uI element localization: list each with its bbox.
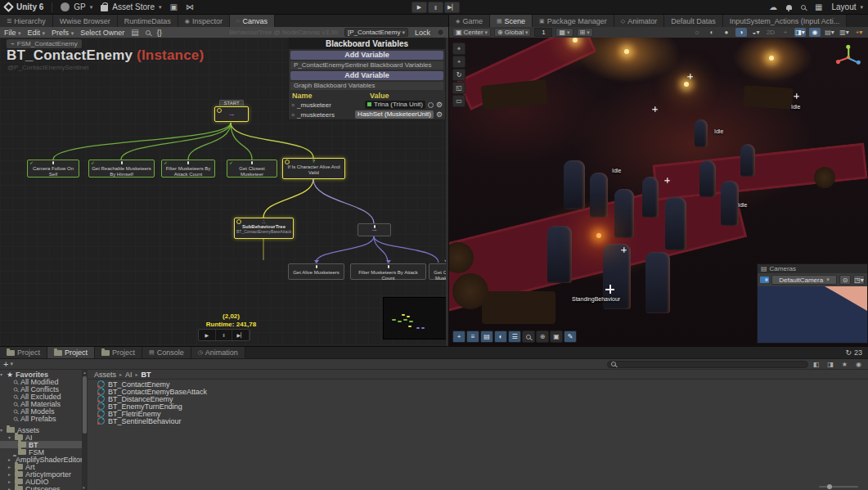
cameras-panel-header[interactable]: ▤ Cameras: [758, 264, 867, 273]
target-picker-icon[interactable]: [428, 102, 434, 108]
variable-value-field[interactable]: Trina (Trina Unit): [365, 101, 425, 109]
drag-handle-icon[interactable]: ≡: [291, 112, 295, 118]
tab-runtimedatas[interactable]: RuntimeDatas: [118, 15, 178, 27]
draw-overlay-button[interactable]: ✎: [564, 330, 577, 343]
variable-row[interactable]: ≡ _musketeer Trina (Trina Unit) ⚙: [289, 100, 445, 110]
breadcrumb-bt[interactable]: BT: [142, 371, 151, 379]
tab-default-datas[interactable]: Default Datas: [664, 15, 723, 27]
search-by-label-icon[interactable]: ◨: [824, 361, 837, 368]
folder-cutscenes[interactable]: ▸Cutscenes: [0, 485, 82, 490]
tab-project-2[interactable]: Project: [47, 347, 95, 358]
scrollbar-thumb[interactable]: [83, 376, 87, 434]
camera-overlay-button[interactable]: ▣: [550, 330, 563, 343]
tree-scrollbar[interactable]: ▴▾: [82, 370, 88, 490]
graph-info-button[interactable]: [437, 29, 444, 36]
layers-overlay-button[interactable]: ▤: [480, 330, 493, 343]
layout-dropdown[interactable]: Layout ▾: [831, 2, 863, 11]
graph-node-start[interactable]: →: [214, 106, 249, 122]
move-gizmo[interactable]: [605, 285, 614, 294]
graph-search-icon[interactable]: [146, 30, 151, 35]
scale-tool-button[interactable]: ◱: [452, 82, 465, 94]
tab-wwise-browser[interactable]: Wwise Browser: [53, 15, 118, 27]
graph-canvas[interactable]: ⌁ FSM_ContactEnemy BT_ContactEnemy (Inst…: [0, 38, 448, 346]
breadcrumb-assets[interactable]: Assets: [94, 371, 116, 379]
menu-file[interactable]: File ▾: [4, 29, 21, 37]
variable-row[interactable]: ≡ _musketeers HashSet (MusketeerUnit) ⚙: [289, 110, 445, 119]
rect-tool-button[interactable]: ▭: [452, 95, 465, 107]
tab-hierarchy[interactable]: ☰Hierarchy: [0, 15, 53, 27]
graph-step-button[interactable]: ▶▏: [232, 330, 250, 340]
step-button[interactable]: ▶▏: [444, 2, 460, 13]
shading-wireframe-toggle[interactable]: ◌: [691, 28, 703, 37]
graph-node-get-alive[interactable]: Get Alive Musketeers: [288, 263, 344, 280]
graph-node-if-alive[interactable]: ? If Is Character Alive And Valid: [282, 158, 345, 179]
graph-play-button[interactable]: ▶: [199, 330, 216, 340]
move-tool-button[interactable]: +: [452, 56, 465, 68]
search-icon[interactable]: [801, 5, 806, 10]
move-gizmo[interactable]: [664, 178, 670, 183]
scene-orientation-gizmo[interactable]: [835, 44, 863, 72]
shading-shaded-toggle[interactable]: ◐: [706, 28, 717, 37]
move-gizmo[interactable]: [687, 74, 693, 79]
gear-icon[interactable]: ⚙: [436, 101, 443, 109]
tab-animation[interactable]: ◷Animation: [191, 347, 245, 358]
lighting-overlay-button[interactable]: ◐: [494, 330, 507, 343]
menu-prefs[interactable]: Prefs ▾: [52, 29, 74, 37]
tab-inspector[interactable]: ◉Inspector: [178, 15, 230, 27]
create-asset-button[interactable]: +: [3, 359, 8, 369]
graph-node-get-reachable[interactable]: ✓ Get Reachable Musketeers By Himself: [88, 160, 155, 178]
list-overlay-button[interactable]: ≡: [466, 330, 479, 343]
slider-handle[interactable]: [827, 484, 832, 489]
overlay-dropdown[interactable]: ▤▾: [824, 28, 835, 37]
tab-canvas[interactable]: ∴Canvas: [230, 15, 275, 27]
notifications-bell-icon[interactable]: [786, 5, 792, 10]
move-gizmo[interactable]: [621, 247, 627, 253]
graph-pause-button[interactable]: ‖: [216, 330, 233, 340]
tab-project-1[interactable]: Project: [0, 347, 47, 358]
search-input[interactable]: [618, 361, 782, 368]
grid-snap-dropdown[interactable]: ▦▾: [555, 28, 573, 37]
graph-node-filter-attack[interactable]: ✓ Filter Musketeers By Attack Count: [161, 160, 215, 178]
add-variable-button[interactable]: Add Variable: [290, 51, 443, 60]
pause-button[interactable]: ‖: [428, 2, 443, 13]
move-overlay-button[interactable]: +: [452, 330, 465, 343]
play-button[interactable]: ▶: [412, 2, 427, 13]
drag-handle-icon[interactable]: ≡: [291, 102, 295, 108]
favorite-search-icon[interactable]: ★: [839, 361, 851, 368]
package-icon[interactable]: ▣: [170, 3, 178, 11]
camera-settings-dropdown[interactable]: ◨▾: [794, 28, 806, 37]
tab-project-3[interactable]: Project: [95, 347, 142, 358]
search-overlay-button[interactable]: [522, 330, 535, 343]
graph-node-camera-follow[interactable]: ✓ Camera Follow On Self: [27, 160, 79, 178]
tab-scene[interactable]: ▦Scene: [490, 15, 533, 27]
orientation-dropdown[interactable]: ⊕Global▾: [494, 28, 531, 37]
gizmo-visibility-toggle[interactable]: +: [780, 28, 791, 37]
camera-select-dropdown[interactable]: DefaultCamera ▾: [771, 275, 837, 285]
lighting-toggle[interactable]: ●: [721, 28, 732, 37]
move-gizmo[interactable]: [652, 106, 658, 112]
gear-icon[interactable]: ⚙: [436, 111, 443, 119]
fx-dropdown[interactable]: ◒▾: [750, 28, 762, 37]
search-by-type-icon[interactable]: ◧: [810, 361, 823, 368]
asset-store-dropdown[interactable]: Asset Store ▾: [101, 2, 161, 11]
snap-increment-dropdown[interactable]: ⊞▾: [577, 28, 593, 37]
skybox-toggle[interactable]: ◑: [735, 28, 747, 37]
move-gizmo[interactable]: [794, 93, 799, 99]
graph-node-get-closest[interactable]: ✓ Get Closest Musketeer: [227, 160, 277, 178]
layers-icon[interactable]: ▦: [815, 3, 822, 11]
activity-counter[interactable]: ↻ 23: [839, 347, 868, 358]
favorite-all-prefabs[interactable]: All Prefabs: [0, 415, 82, 422]
account-dropdown[interactable]: GP ▾: [61, 2, 92, 11]
breadcrumb-ai[interactable]: AI: [125, 371, 133, 379]
grid-size-field[interactable]: 1: [534, 28, 552, 37]
owner-selector-dropdown[interactable]: [P_ContactEnemy▾: [344, 28, 408, 37]
rotate-tool-button[interactable]: ↻: [452, 69, 465, 81]
view-tool-button[interactable]: ⌖: [452, 43, 465, 55]
json-braces-icon[interactable]: {}: [157, 29, 162, 37]
grid-settings-dropdown[interactable]: ▥▾: [839, 28, 850, 37]
menu-edit[interactable]: Edit ▾: [28, 29, 46, 37]
graph-node-subtree[interactable]: ∴ SubBehaviourTree BT_ContactEnemyBaseAt…: [234, 218, 294, 239]
folder-ai[interactable]: ▾AI: [0, 434, 82, 441]
tab-package-manager[interactable]: ▣Package Manager: [533, 15, 614, 27]
folder-amplifyshadereditor[interactable]: ▸AmplifyShaderEditor: [0, 456, 82, 463]
